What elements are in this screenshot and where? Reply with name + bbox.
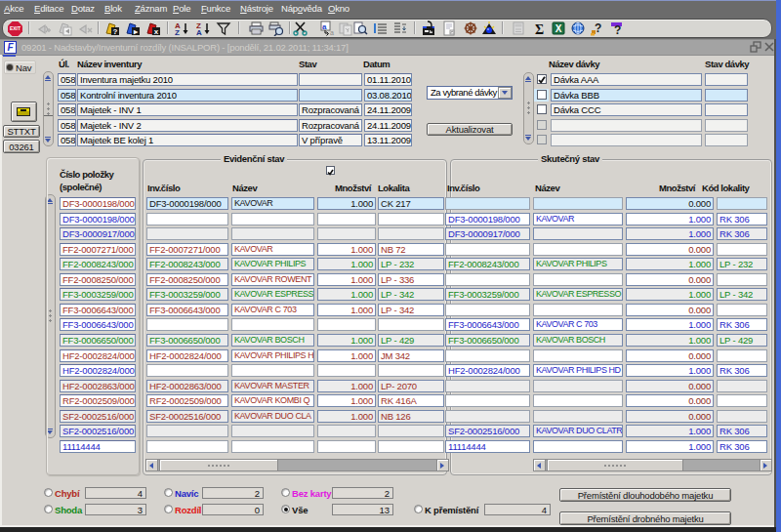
svg-text:?: ?: [614, 23, 621, 36]
svg-text:?: ?: [595, 21, 601, 35]
svg-text:Σ: Σ: [535, 22, 544, 36]
svg-text:X: X: [555, 23, 562, 34]
svg-text:x: x: [154, 27, 159, 36]
svg-text:a: a: [330, 29, 334, 36]
svg-text:Z: Z: [175, 28, 180, 36]
svg-text:?: ?: [113, 27, 118, 36]
svg-text:a: a: [322, 22, 327, 31]
svg-text:A: A: [196, 28, 202, 36]
